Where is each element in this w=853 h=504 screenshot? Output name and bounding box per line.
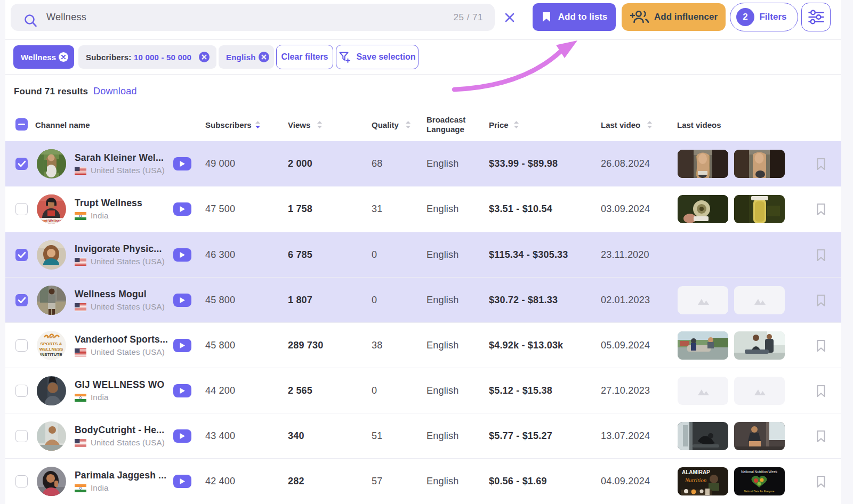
svg-text:WELLNESS: WELLNESS xyxy=(39,347,63,352)
svg-text:Nutrition: Nutrition xyxy=(685,477,707,483)
svg-text:Trupt Wellness: Trupt Wellness xyxy=(39,219,63,223)
svg-text:National Diets For Everyone: National Diets For Everyone xyxy=(744,490,775,493)
svg-text:ALAMIRAP: ALAMIRAP xyxy=(682,469,710,475)
svg-text:National Nutrition Week: National Nutrition Week xyxy=(741,470,778,474)
svg-text:SPORTS &: SPORTS & xyxy=(41,342,62,346)
svg-text:INSTITUTE: INSTITUTE xyxy=(40,352,62,357)
